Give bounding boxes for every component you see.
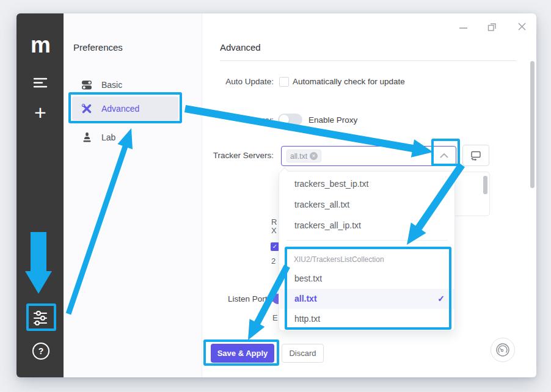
- help-icon[interactable]: ?: [32, 343, 49, 360]
- screen: m + ? Preferences Basic: [0, 0, 551, 392]
- speed-limit-icon: [495, 343, 510, 357]
- annotation-box-chevron: [431, 139, 460, 166]
- obscured-text-fragment: R: [271, 217, 277, 227]
- sidebar-item-label: Basic: [101, 80, 122, 90]
- sync-tracker-button[interactable]: [462, 145, 489, 166]
- sidebar-item-label: Lab: [101, 132, 115, 142]
- title-divider: [220, 60, 516, 61]
- auto-update-option-label: Automatically check for update: [293, 77, 405, 86]
- annotation-box-save: [203, 339, 279, 366]
- textarea-scrollbar[interactable]: [483, 176, 487, 194]
- obscured-text-fragment: E: [272, 313, 278, 322]
- main-scrollbar[interactable]: [530, 61, 535, 188]
- selected-tag: all.txt ×: [286, 150, 321, 162]
- obscured-checked-checkbox: ✓: [271, 242, 279, 251]
- obscured-text-fragment: X: [271, 226, 277, 235]
- sync-tracker-icon: [470, 150, 482, 161]
- proxy-label: Proxy:: [202, 115, 274, 125]
- auto-update-label: Auto Update:: [202, 77, 274, 86]
- preferences-panel: [64, 13, 202, 377]
- annotation-box-advanced: [68, 92, 182, 123]
- tracker-servers-label: Tracker Servers:: [202, 151, 274, 160]
- tag-close-icon[interactable]: ×: [310, 152, 318, 160]
- proxy-option-label: Enable Proxy: [308, 115, 357, 125]
- preferences-title: Preferences: [73, 42, 123, 53]
- obscured-text-fragment: 2: [271, 256, 276, 266]
- dropdown-option[interactable]: trackers_best_ip.txt: [280, 174, 454, 194]
- listen-ports-label: Listen Ports:: [202, 294, 274, 303]
- selected-tag-label: all.txt: [290, 152, 307, 161]
- tracker-servers-select[interactable]: all.txt ×: [281, 146, 456, 166]
- add-task-icon[interactable]: +: [31, 101, 49, 123]
- sidebar-item-lab[interactable]: Lab: [72, 126, 178, 149]
- annotation-box-preferences-icon: [26, 303, 56, 331]
- auto-update-checkbox[interactable]: [279, 77, 289, 87]
- annotation-box-group: [285, 247, 451, 330]
- page-title: Advanced: [220, 42, 261, 53]
- toggles-icon: [81, 79, 93, 91]
- restore-icon[interactable]: [487, 22, 497, 32]
- close-icon[interactable]: [517, 21, 527, 32]
- dropdown-option[interactable]: trackers_all_ip.txt: [280, 216, 454, 236]
- speed-limit-button[interactable]: [491, 338, 515, 362]
- lab-icon: [81, 131, 93, 143]
- discard-button[interactable]: Discard: [282, 344, 324, 363]
- motrix-logo: m: [29, 33, 52, 57]
- proxy-toggle[interactable]: [278, 114, 302, 126]
- toggle-knob: [279, 115, 289, 125]
- dropdown-option[interactable]: trackers_all.txt: [280, 195, 454, 215]
- task-list-icon[interactable]: [33, 78, 48, 88]
- minimize-icon[interactable]: [458, 24, 469, 31]
- dropdown-divider: [286, 240, 448, 241]
